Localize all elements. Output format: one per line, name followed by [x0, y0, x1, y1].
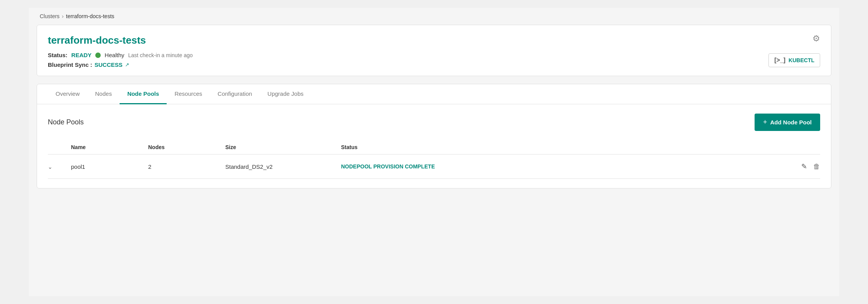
kubectl-label: KUBECTL	[789, 57, 814, 63]
expand-chevron-icon[interactable]: ⌄	[48, 164, 52, 170]
status-row: Status: READY Healthy Last check-in a mi…	[48, 52, 820, 58]
table-row: ⌄ pool1 2 Standard_DS2_v2 NODEPOOL PROVI…	[48, 155, 820, 179]
external-link-icon[interactable]: ↗	[125, 62, 129, 68]
tab-configuration[interactable]: Configuration	[210, 84, 260, 104]
tabs-bar: Overview Nodes Node Pools Resources Conf…	[37, 84, 831, 104]
pool-nodes: 2	[148, 163, 225, 170]
pool-size: Standard_DS2_v2	[225, 163, 341, 170]
pool-name: pool1	[71, 163, 148, 170]
breadcrumb-clusters-link[interactable]: Clusters	[40, 13, 59, 19]
col-nodes: Nodes	[148, 144, 225, 150]
blueprint-value: SUCCESS	[95, 61, 123, 68]
kubectl-button[interactable]: [>_] KUBECTL	[768, 53, 820, 67]
edit-icon[interactable]: ✎	[801, 162, 807, 171]
col-expand	[48, 144, 71, 150]
cluster-meta: Status: READY Healthy Last check-in a mi…	[48, 52, 820, 68]
tab-node-pools[interactable]: Node Pools	[120, 84, 167, 104]
tabs-section: Overview Nodes Node Pools Resources Conf…	[37, 84, 831, 189]
expand-cell[interactable]: ⌄	[48, 163, 71, 170]
tab-overview[interactable]: Overview	[48, 84, 88, 104]
node-pools-header: Node Pools + Add Node Pool	[48, 114, 820, 131]
status-label: Status:	[48, 52, 68, 58]
checkin-text: Last check-in a minute ago	[128, 52, 193, 58]
col-status: Status	[341, 144, 789, 150]
breadcrumb-current: terraform-docs-tests	[66, 13, 114, 19]
gear-icon[interactable]: ⚙	[812, 34, 820, 44]
terminal-icon: [>_]	[774, 57, 785, 64]
add-node-pool-button[interactable]: + Add Node Pool	[755, 114, 820, 131]
cluster-title: terraform-docs-tests	[48, 34, 820, 46]
health-label: Healthy	[105, 52, 124, 58]
pool-status: NODEPOOL PROVISION COMPLETE	[341, 163, 789, 170]
cluster-card: terraform-docs-tests Status: READY Healt…	[37, 25, 831, 76]
pool-actions: ✎ 🗑	[789, 162, 820, 171]
delete-icon[interactable]: 🗑	[813, 163, 820, 171]
blueprint-row: Blueprint Sync : SUCCESS ↗	[48, 61, 820, 68]
col-actions	[789, 144, 820, 150]
node-pools-table: Name Nodes Size Status ⌄ pool1 2 Standar…	[48, 140, 820, 179]
col-name: Name	[71, 144, 148, 150]
tab-upgrade-jobs[interactable]: Upgrade Jobs	[260, 84, 311, 104]
table-header: Name Nodes Size Status	[48, 140, 820, 155]
status-value: READY	[71, 52, 92, 58]
tab-content-node-pools: Node Pools + Add Node Pool Name Nodes Si…	[37, 104, 831, 188]
breadcrumb-separator: ›	[62, 13, 64, 19]
row-actions: ✎ 🗑	[789, 162, 820, 171]
node-pools-title: Node Pools	[48, 118, 84, 126]
col-size: Size	[225, 144, 341, 150]
plus-icon: +	[763, 118, 767, 126]
blueprint-label: Blueprint Sync :	[48, 61, 92, 68]
add-node-pool-label: Add Node Pool	[770, 119, 812, 126]
main-container: Clusters › terraform-docs-tests terrafor…	[29, 8, 839, 296]
health-dot	[95, 53, 101, 58]
tab-resources[interactable]: Resources	[167, 84, 210, 104]
tab-nodes[interactable]: Nodes	[88, 84, 120, 104]
breadcrumb: Clusters › terraform-docs-tests	[29, 8, 839, 25]
